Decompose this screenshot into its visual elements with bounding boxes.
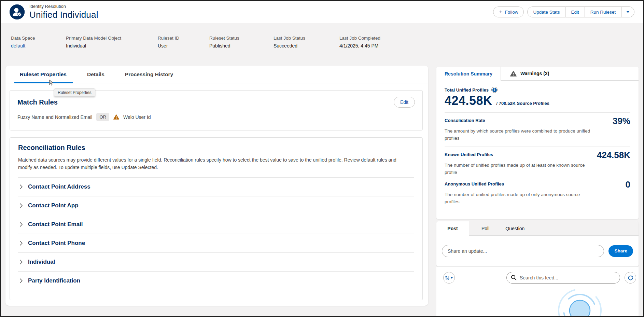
dropdown-arrow-icon <box>626 11 630 13</box>
reconciliation-description: Matched data sources may provide differe… <box>18 156 411 171</box>
share-button[interactable]: Share <box>608 245 633 257</box>
identity-resolution-page: Identity Resolution Unified Individual +… <box>0 0 644 317</box>
tab-question[interactable]: Question <box>505 226 524 231</box>
share-update-input[interactable] <box>442 245 604 257</box>
field-value: User <box>158 43 209 49</box>
accordion-party-identification[interactable]: Party Identification <box>18 271 414 290</box>
accordion-contact-point-address[interactable]: Contact Point Address <box>18 177 414 196</box>
reconciliation-list: Contact Point Address Contact Point App … <box>18 177 414 290</box>
publisher-tab-rest: Poll Question <box>469 221 639 236</box>
tab-tooltip: Ruleset Properties <box>54 88 95 97</box>
more-actions-button[interactable] <box>621 6 634 17</box>
anonymous-unified-profiles-desc: The number of unified profiles made up o… <box>445 191 595 206</box>
feed-search-container <box>506 272 620 284</box>
page-title: Unified Individual <box>29 10 98 20</box>
tab-resolution-summary[interactable]: Resolution Summary <box>436 67 501 81</box>
plus-icon: + <box>499 9 502 15</box>
match-rule-name: Welo User Id <box>123 114 151 120</box>
consolidation-rate-desc: The amount by which source profiles were… <box>445 128 595 142</box>
object-type-label: Identity Resolution <box>29 4 98 9</box>
tab-processing-history[interactable]: Processing History <box>125 66 173 83</box>
publisher-tab-bar: Post Poll Question <box>436 221 639 236</box>
info-icon[interactable]: i <box>491 87 498 93</box>
feed-section <box>436 267 639 317</box>
field-label: Last Job Status <box>274 36 339 41</box>
accordion-individual[interactable]: Individual <box>18 252 414 271</box>
chevron-right-icon <box>19 240 23 246</box>
tab-post[interactable]: Post <box>436 221 469 236</box>
or-operator-badge: OR <box>96 113 109 121</box>
field-ruleset-status: Ruleset Status Published <box>209 36 274 49</box>
divider <box>445 147 630 147</box>
refresh-icon <box>628 275 633 281</box>
feed-publisher-card: Post Poll Question Share <box>436 221 639 266</box>
search-icon <box>511 275 517 280</box>
match-rule-name: Fuzzy Name and Normalized Email <box>17 114 92 120</box>
follow-button[interactable]: + Follow <box>493 6 524 17</box>
field-last-job-completed: Last Job Completed 4/1/2025, 4:45 PM <box>339 36 380 49</box>
divider <box>445 112 630 113</box>
field-primary-dmo: Primary Data Model Object Individual <box>66 36 158 49</box>
field-last-job-status: Last Job Status Succeeded <box>274 36 339 49</box>
known-unified-profiles-section: Known Unified Profiles 424.58K The numbe… <box>445 152 630 176</box>
accordion-label: Individual <box>28 259 55 265</box>
update-stats-button[interactable]: Update Stats <box>527 6 565 17</box>
page-header: Identity Resolution Unified Individual +… <box>1 1 643 23</box>
field-label: Ruleset Status <box>209 36 274 41</box>
tab-poll[interactable]: Poll <box>481 226 489 231</box>
data-space-link[interactable]: default <box>11 43 25 49</box>
entity-header: Identity Resolution Unified Individual <box>10 4 98 20</box>
accordion-contact-point-email[interactable]: Contact Point Email <box>18 215 414 234</box>
consolidation-rate-value: 39% <box>613 116 630 125</box>
field-value: Succeeded <box>274 43 339 49</box>
field-label: Primary Data Model Object <box>66 36 158 41</box>
warnings-label: Warnings (2) <box>520 71 549 76</box>
tab-details[interactable]: Details <box>87 66 104 83</box>
chevron-right-icon <box>19 259 23 265</box>
header-actions: + Follow Update Stats Edit Run Ruleset <box>493 6 634 17</box>
detail-fields: Data Space default Primary Data Model Ob… <box>11 36 380 49</box>
entity-titles: Identity Resolution Unified Individual <box>29 4 98 20</box>
field-value: Individual <box>66 43 158 49</box>
accordion-label: Contact Point Email <box>28 221 83 228</box>
source-profiles-suffix: / 700.52K Source Profiles <box>496 101 549 106</box>
accordion-contact-point-app[interactable]: Contact Point App <box>18 196 414 215</box>
field-value: Published <box>209 43 274 49</box>
feed-sort-button[interactable] <box>443 272 455 284</box>
run-ruleset-button[interactable]: Run Ruleset <box>585 6 621 17</box>
resolution-summary-card: Resolution Summary Warnings (2) Total Un… <box>436 67 639 219</box>
tab-warnings[interactable]: Warnings (2) <box>501 67 639 81</box>
publisher-body: Share <box>436 236 639 266</box>
chevron-right-icon <box>19 222 23 227</box>
total-unified-profiles-value: 424.58K <box>445 94 492 108</box>
feed-refresh-button[interactable] <box>625 272 636 284</box>
reconciliation-rules-card: Reconciliation Rules Matched data source… <box>10 137 423 300</box>
warning-icon <box>113 114 119 120</box>
accordion-label: Contact Point Phone <box>28 240 85 247</box>
field-ruleset-id: Ruleset ID User <box>158 36 209 49</box>
chevron-right-icon <box>19 203 23 208</box>
warning-tab-icon <box>510 70 517 77</box>
field-label: Last Job Completed <box>339 36 380 41</box>
ruleset-main-card: Ruleset Properties Details Processing Hi… <box>5 66 428 306</box>
edit-button[interactable]: Edit <box>565 6 585 17</box>
match-rules-title: Match Rules <box>17 98 58 106</box>
feed-search-input[interactable] <box>506 272 620 284</box>
accordion-contact-point-phone[interactable]: Contact Point Phone <box>18 234 414 252</box>
field-label: Ruleset ID <box>158 36 209 41</box>
match-rules-edit-button[interactable]: Edit <box>394 97 415 108</box>
total-unified-profiles-label: Total Unified Profiles <box>445 87 489 93</box>
field-label: Data Space <box>11 36 66 41</box>
accordion-label: Contact Point Address <box>28 183 90 190</box>
known-unified-profiles-value: 424.58K <box>597 151 630 160</box>
known-unified-profiles-desc: The number of unified profiles made up o… <box>445 162 595 176</box>
accordion-label: Party Identification <box>28 277 80 284</box>
follow-label: Follow <box>505 10 518 15</box>
identity-resolution-icon <box>10 4 25 19</box>
field-value: 4/1/2025, 4:45 PM <box>339 43 380 49</box>
info-glyph: i <box>492 88 497 92</box>
chevron-right-icon <box>19 278 23 284</box>
chevron-right-icon <box>19 184 23 190</box>
tab-ruleset-properties[interactable]: Ruleset Properties <box>20 66 67 83</box>
sort-icon <box>445 275 449 280</box>
